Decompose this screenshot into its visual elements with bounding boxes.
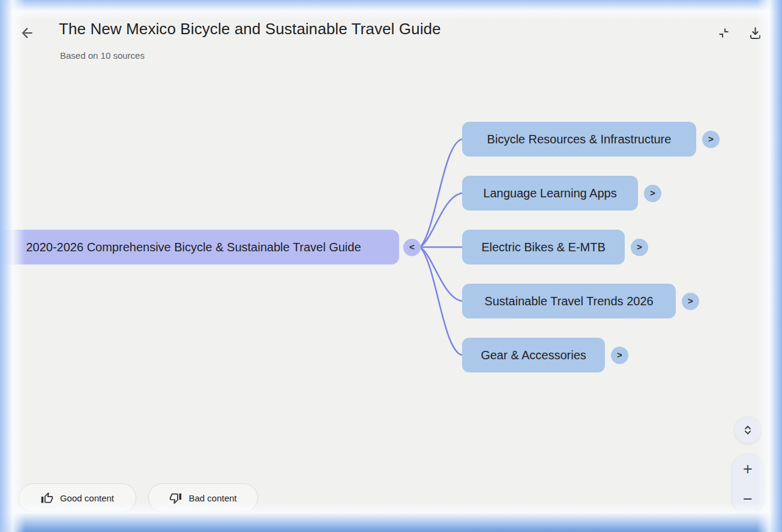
mindmap-child-row: Sustainable Travel Trends 2026 > bbox=[462, 284, 699, 318]
mindmap-node-sustainable-trends[interactable]: Sustainable Travel Trends 2026 bbox=[462, 284, 676, 318]
collapse-view-button[interactable] bbox=[716, 25, 732, 41]
mindmap-child-row: Language Learning Apps > bbox=[462, 176, 661, 211]
thumb-up-icon bbox=[41, 492, 53, 504]
bad-content-label: Bad content bbox=[188, 493, 236, 503]
back-button[interactable] bbox=[19, 25, 35, 41]
download-button[interactable] bbox=[747, 25, 763, 41]
mindmap-root-node[interactable]: 2020-2026 Comprehensive Bicycle & Sustai… bbox=[0, 230, 399, 265]
glow-border-right bbox=[757, 0, 782, 532]
mindmap-node-language-apps[interactable]: Language Learning Apps bbox=[462, 176, 638, 211]
mindmap-child-row: Gear & Accessories > bbox=[462, 338, 628, 372]
collapse-content-icon bbox=[717, 26, 731, 40]
page-title: The New Mexico Bicycle and Sustainable T… bbox=[59, 20, 441, 38]
mindmap-node-gear-accessories[interactable]: Gear & Accessories bbox=[462, 338, 605, 372]
expand-button[interactable]: > bbox=[631, 239, 648, 256]
mindmap-connectors bbox=[0, 0, 782, 532]
mindmap-child-row: Electric Bikes & E-MTB > bbox=[462, 230, 648, 265]
root-collapse-button[interactable]: < bbox=[403, 239, 421, 256]
header-actions bbox=[716, 25, 763, 41]
zoom-pill: + − bbox=[732, 454, 763, 514]
source-count-subtitle: Based on 10 sources bbox=[60, 50, 145, 61]
expand-button[interactable]: > bbox=[644, 185, 661, 202]
expand-button[interactable]: > bbox=[611, 347, 628, 364]
mindmap-canvas[interactable]: 2020-2026 Comprehensive Bicycle & Sustai… bbox=[0, 0, 782, 532]
zoom-out-button[interactable]: − bbox=[732, 484, 763, 514]
mindmap-node-bicycle-resources[interactable]: Bicycle Resources & Infrastructure bbox=[462, 122, 696, 157]
mindmap-node-electric-bikes[interactable]: Electric Bikes & E-MTB bbox=[462, 230, 625, 265]
good-content-button[interactable]: Good content bbox=[19, 483, 136, 512]
expand-button[interactable]: > bbox=[682, 293, 699, 310]
fit-view-button[interactable] bbox=[735, 417, 761, 443]
arrow-left-icon bbox=[19, 25, 35, 41]
good-content-label: Good content bbox=[60, 493, 114, 503]
header: The New Mexico Bicycle and Sustainable T… bbox=[0, 0, 782, 66]
expand-button[interactable]: > bbox=[702, 131, 720, 148]
glow-border-left bbox=[0, 0, 25, 532]
zoom-in-button[interactable]: + bbox=[732, 454, 763, 484]
mindmap-root-row: 2020-2026 Comprehensive Bicycle & Sustai… bbox=[0, 230, 421, 265]
thumb-down-icon bbox=[169, 492, 182, 504]
download-icon bbox=[748, 26, 763, 41]
bad-content-button[interactable]: Bad content bbox=[148, 483, 258, 512]
mindmap-child-row: Bicycle Resources & Infrastructure > bbox=[462, 122, 720, 157]
unfold-chevrons-icon bbox=[742, 424, 754, 436]
